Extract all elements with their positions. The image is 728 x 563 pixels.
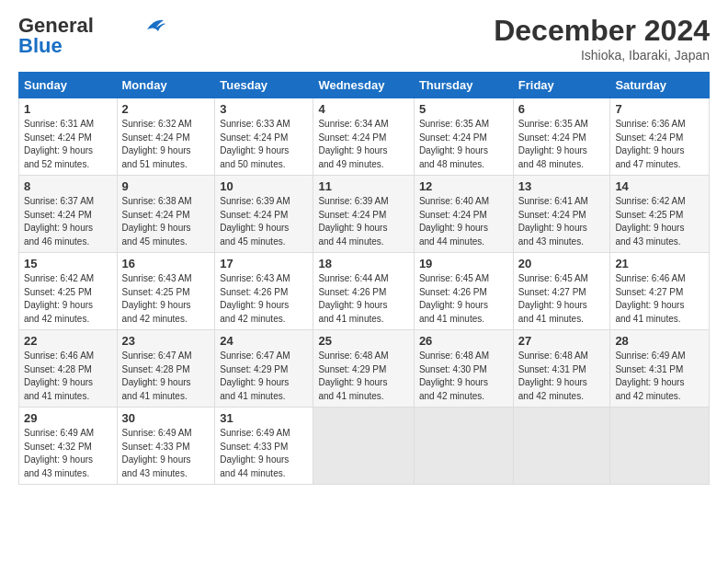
day-number: 16 bbox=[122, 257, 210, 270]
day-info: Sunrise: 6:32 AM Sunset: 4:24 PM Dayligh… bbox=[122, 118, 210, 171]
calendar-week-row: 29Sunrise: 6:49 AM Sunset: 4:32 PM Dayli… bbox=[19, 408, 710, 485]
day-number: 24 bbox=[220, 334, 308, 348]
day-info: Sunrise: 6:46 AM Sunset: 4:27 PM Dayligh… bbox=[615, 272, 704, 326]
day-number: 2 bbox=[122, 102, 210, 116]
day-number: 6 bbox=[518, 102, 606, 116]
day-number: 26 bbox=[419, 334, 508, 348]
day-number: 13 bbox=[518, 179, 606, 193]
day-number: 4 bbox=[318, 102, 408, 116]
day-number: 19 bbox=[419, 257, 508, 270]
day-number: 3 bbox=[220, 102, 308, 116]
header: General Blue December 2024 Ishioka, Ibar… bbox=[18, 14, 710, 63]
calendar-cell: 27Sunrise: 6:48 AM Sunset: 4:31 PM Dayli… bbox=[513, 330, 610, 408]
day-info: Sunrise: 6:31 AM Sunset: 4:24 PM Dayligh… bbox=[24, 118, 112, 171]
day-info: Sunrise: 6:49 AM Sunset: 4:33 PM Dayligh… bbox=[122, 427, 210, 480]
calendar-cell: 13Sunrise: 6:41 AM Sunset: 4:24 PM Dayli… bbox=[513, 176, 610, 253]
day-number: 7 bbox=[615, 102, 704, 116]
logo: General Blue bbox=[18, 14, 165, 58]
day-info: Sunrise: 6:48 AM Sunset: 4:31 PM Dayligh… bbox=[518, 350, 606, 403]
day-number: 9 bbox=[122, 179, 210, 193]
day-number: 20 bbox=[518, 257, 606, 270]
calendar-header-row: SundayMondayTuesdayWednesdayThursdayFrid… bbox=[19, 73, 710, 98]
day-header-tuesday: Tuesday bbox=[215, 73, 313, 98]
day-info: Sunrise: 6:36 AM Sunset: 4:24 PM Dayligh… bbox=[615, 118, 704, 171]
day-info: Sunrise: 6:48 AM Sunset: 4:30 PM Dayligh… bbox=[419, 350, 508, 403]
calendar-week-row: 15Sunrise: 6:42 AM Sunset: 4:25 PM Dayli… bbox=[19, 253, 710, 330]
calendar-week-row: 1Sunrise: 6:31 AM Sunset: 4:24 PM Daylig… bbox=[19, 98, 710, 176]
day-header-wednesday: Wednesday bbox=[313, 73, 414, 98]
day-info: Sunrise: 6:49 AM Sunset: 4:31 PM Dayligh… bbox=[615, 350, 704, 403]
day-info: Sunrise: 6:47 AM Sunset: 4:28 PM Dayligh… bbox=[122, 350, 210, 403]
calendar-cell: 14Sunrise: 6:42 AM Sunset: 4:25 PM Dayli… bbox=[610, 176, 710, 253]
day-info: Sunrise: 6:34 AM Sunset: 4:24 PM Dayligh… bbox=[318, 118, 408, 171]
calendar-cell bbox=[513, 408, 610, 485]
logo-bird-icon bbox=[138, 17, 165, 33]
calendar-cell bbox=[610, 408, 710, 485]
day-number: 11 bbox=[318, 179, 408, 193]
day-number: 23 bbox=[122, 334, 210, 348]
day-info: Sunrise: 6:33 AM Sunset: 4:24 PM Dayligh… bbox=[220, 118, 308, 171]
calendar-cell: 26Sunrise: 6:48 AM Sunset: 4:30 PM Dayli… bbox=[414, 330, 513, 408]
calendar-cell: 19Sunrise: 6:45 AM Sunset: 4:26 PM Dayli… bbox=[414, 253, 513, 330]
calendar-cell: 15Sunrise: 6:42 AM Sunset: 4:25 PM Dayli… bbox=[19, 253, 118, 330]
day-info: Sunrise: 6:38 AM Sunset: 4:24 PM Dayligh… bbox=[122, 195, 210, 248]
calendar-cell: 22Sunrise: 6:46 AM Sunset: 4:28 PM Dayli… bbox=[19, 330, 118, 408]
day-info: Sunrise: 6:46 AM Sunset: 4:28 PM Dayligh… bbox=[24, 350, 112, 403]
calendar-cell: 4Sunrise: 6:34 AM Sunset: 4:24 PM Daylig… bbox=[313, 98, 414, 176]
day-info: Sunrise: 6:41 AM Sunset: 4:24 PM Dayligh… bbox=[518, 195, 606, 248]
calendar-cell: 24Sunrise: 6:47 AM Sunset: 4:29 PM Dayli… bbox=[215, 330, 313, 408]
calendar-cell: 6Sunrise: 6:35 AM Sunset: 4:24 PM Daylig… bbox=[513, 98, 610, 176]
day-header-thursday: Thursday bbox=[414, 73, 513, 98]
day-number: 29 bbox=[24, 411, 112, 425]
day-info: Sunrise: 6:44 AM Sunset: 4:26 PM Dayligh… bbox=[318, 272, 408, 326]
calendar-cell: 5Sunrise: 6:35 AM Sunset: 4:24 PM Daylig… bbox=[414, 98, 513, 176]
calendar-cell: 18Sunrise: 6:44 AM Sunset: 4:26 PM Dayli… bbox=[313, 253, 414, 330]
day-number: 21 bbox=[615, 257, 704, 270]
day-header-monday: Monday bbox=[117, 73, 215, 98]
calendar-cell: 31Sunrise: 6:49 AM Sunset: 4:33 PM Dayli… bbox=[215, 408, 313, 485]
calendar-cell: 30Sunrise: 6:49 AM Sunset: 4:33 PM Dayli… bbox=[117, 408, 215, 485]
calendar-cell: 28Sunrise: 6:49 AM Sunset: 4:31 PM Dayli… bbox=[610, 330, 710, 408]
calendar-cell: 3Sunrise: 6:33 AM Sunset: 4:24 PM Daylig… bbox=[215, 98, 313, 176]
calendar-cell: 29Sunrise: 6:49 AM Sunset: 4:32 PM Dayli… bbox=[19, 408, 118, 485]
calendar-cell: 25Sunrise: 6:48 AM Sunset: 4:29 PM Dayli… bbox=[313, 330, 414, 408]
calendar-week-row: 8Sunrise: 6:37 AM Sunset: 4:24 PM Daylig… bbox=[19, 176, 710, 253]
calendar-cell: 2Sunrise: 6:32 AM Sunset: 4:24 PM Daylig… bbox=[117, 98, 215, 176]
day-info: Sunrise: 6:35 AM Sunset: 4:24 PM Dayligh… bbox=[518, 118, 606, 171]
calendar-table: SundayMondayTuesdayWednesdayThursdayFrid… bbox=[18, 72, 710, 485]
day-number: 28 bbox=[615, 334, 704, 348]
day-number: 17 bbox=[220, 257, 308, 270]
day-number: 8 bbox=[24, 179, 112, 193]
calendar-cell bbox=[414, 408, 513, 485]
month-title: December 2024 bbox=[494, 14, 710, 48]
calendar-cell: 17Sunrise: 6:43 AM Sunset: 4:26 PM Dayli… bbox=[215, 253, 313, 330]
day-header-saturday: Saturday bbox=[610, 73, 710, 98]
day-number: 18 bbox=[318, 257, 408, 270]
calendar-cell: 16Sunrise: 6:43 AM Sunset: 4:25 PM Dayli… bbox=[117, 253, 215, 330]
day-number: 27 bbox=[518, 334, 606, 348]
day-info: Sunrise: 6:35 AM Sunset: 4:24 PM Dayligh… bbox=[419, 118, 508, 171]
calendar-cell: 10Sunrise: 6:39 AM Sunset: 4:24 PM Dayli… bbox=[215, 176, 313, 253]
day-number: 31 bbox=[220, 411, 308, 425]
day-number: 22 bbox=[24, 334, 112, 348]
calendar-cell bbox=[313, 408, 414, 485]
day-info: Sunrise: 6:47 AM Sunset: 4:29 PM Dayligh… bbox=[220, 350, 308, 403]
day-info: Sunrise: 6:42 AM Sunset: 4:25 PM Dayligh… bbox=[615, 195, 704, 248]
calendar-cell: 9Sunrise: 6:38 AM Sunset: 4:24 PM Daylig… bbox=[117, 176, 215, 253]
day-header-friday: Friday bbox=[513, 73, 610, 98]
day-number: 14 bbox=[615, 179, 704, 193]
day-number: 1 bbox=[24, 102, 112, 116]
calendar-cell: 1Sunrise: 6:31 AM Sunset: 4:24 PM Daylig… bbox=[19, 98, 118, 176]
location: Ishioka, Ibaraki, Japan bbox=[494, 48, 710, 63]
day-info: Sunrise: 6:43 AM Sunset: 4:26 PM Dayligh… bbox=[220, 272, 308, 326]
calendar-cell: 20Sunrise: 6:45 AM Sunset: 4:27 PM Dayli… bbox=[513, 253, 610, 330]
calendar-cell: 21Sunrise: 6:46 AM Sunset: 4:27 PM Dayli… bbox=[610, 253, 710, 330]
day-number: 15 bbox=[24, 257, 112, 270]
calendar-week-row: 22Sunrise: 6:46 AM Sunset: 4:28 PM Dayli… bbox=[19, 330, 710, 408]
day-info: Sunrise: 6:49 AM Sunset: 4:32 PM Dayligh… bbox=[24, 427, 112, 480]
calendar-cell: 12Sunrise: 6:40 AM Sunset: 4:24 PM Dayli… bbox=[414, 176, 513, 253]
calendar-cell: 7Sunrise: 6:36 AM Sunset: 4:24 PM Daylig… bbox=[610, 98, 710, 176]
day-info: Sunrise: 6:39 AM Sunset: 4:24 PM Dayligh… bbox=[318, 195, 408, 248]
day-number: 25 bbox=[318, 334, 408, 348]
title-block: December 2024 Ishioka, Ibaraki, Japan bbox=[494, 14, 710, 63]
